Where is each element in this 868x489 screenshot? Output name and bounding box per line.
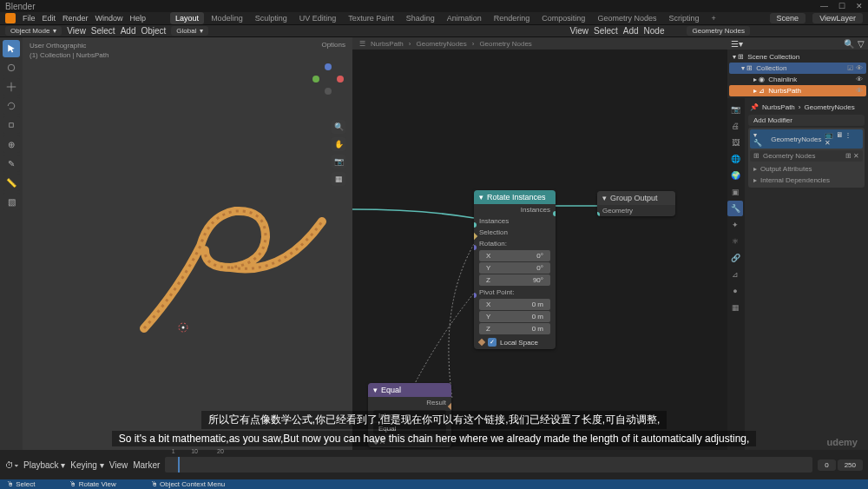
pivot-z[interactable]: Z0 m [479,323,550,334]
local-space[interactable]: ✓ Local Space [474,335,556,349]
tb-select[interactable]: Select [91,26,115,36]
bc-tree[interactable]: Geometry Nodes [479,40,531,48]
tool-cursor[interactable] [3,59,20,76]
prop-modtree[interactable]: GeometryNodes [804,103,854,111]
axis-y[interactable] [312,76,319,83]
ptab-physics[interactable]: ⚛ [727,234,743,249]
prop-object[interactable]: NurbsPath [762,103,795,111]
tool-annotate[interactable]: ✎ [3,155,20,172]
tool-scale[interactable] [3,116,20,134]
tool-measure[interactable]: 📏 [3,174,20,191]
tab-sculpting[interactable]: Sculpting [250,12,293,24]
timeline-type-icon[interactable]: ⏱▾ [5,460,18,470]
modifier-header[interactable]: ▾ 🔧 GeometryNodes 📺 🖥 ⋮ ✕ [750,129,863,149]
zoom-icon[interactable]: 🔍 [332,120,345,134]
tool-addcube[interactable]: ▧ [3,193,20,210]
tree-chainlink[interactable]: ▸ ◉ Chainlink 👁 [729,74,866,85]
ptab-constraint[interactable]: 🔗 [727,250,743,266]
mod-nodetree[interactable]: Geometry Nodes [763,152,815,160]
tab-anim[interactable]: Animation [442,12,487,24]
tool-move[interactable] [3,78,20,96]
rot-y[interactable]: Y0° [479,262,550,274]
timeline-track[interactable]: 1 10 20 [165,457,812,472]
ptab-object[interactable]: ▣ [727,184,743,200]
close-button[interactable]: ✕ [856,2,863,10]
axis-x[interactable] [337,76,344,83]
outliner-search-icon[interactable]: 🔍 [844,39,854,49]
tab-texpaint[interactable]: Texture Paint [343,12,399,24]
axis-z[interactable] [325,63,332,70]
viewport-options[interactable]: Options [321,41,345,49]
tab-shading[interactable]: Shading [401,12,440,24]
socket-local[interactable] [478,339,485,346]
tab-uv[interactable]: UV Editing [294,12,342,24]
pan-icon[interactable]: ✋ [332,137,345,151]
rot-z[interactable]: Z90° [479,274,550,286]
tab-geonodes[interactable]: Geometry Nodes [592,12,661,24]
keying-menu[interactable]: Keying ▾ [70,460,103,470]
pivot-x[interactable]: X0 m [479,299,550,310]
tree-nurbspath[interactable]: ▸ ⊿ NurbsPath 👁 [729,85,866,96]
frame-end[interactable]: 250 [838,459,863,471]
ptab-particle[interactable]: ✦ [727,217,743,233]
ptab-texture[interactable]: ▦ [727,300,743,315]
ptab-output[interactable]: 🖨 [727,118,743,134]
tab-render[interactable]: Rendering [489,12,536,24]
persp-icon[interactable]: ▦ [332,172,345,186]
socket-out-instances[interactable] [553,211,556,216]
tb-view[interactable]: View [67,26,86,36]
tb-add[interactable]: Add [121,26,136,36]
rot-x[interactable]: X0° [479,250,550,261]
menu-render[interactable]: Render [62,14,89,23]
pivot-y[interactable]: Y0 m [479,311,550,322]
camera-icon[interactable]: 📷 [332,155,345,169]
playhead[interactable] [178,457,180,472]
playback-menu[interactable]: Playback ▾ [23,460,65,470]
nodetree-selector[interactable]: Geometry Nodes [687,26,749,36]
node-group-output[interactable]: ▾ Group Output Geometry [597,191,675,216]
axis-neg[interactable] [325,88,332,95]
tab-scripting[interactable]: Scripting [663,12,704,24]
socket-rotation[interactable] [474,245,477,250]
maximize-button[interactable]: ☐ [838,2,845,10]
chain-object[interactable] [109,185,335,359]
orient-selector[interactable]: Global ▾ [171,26,208,36]
node-canvas[interactable]: ▾ Rotate Instances Instances Instances S… [352,62,727,450]
tb-object[interactable]: Object [141,26,166,36]
timeline-view[interactable]: View [109,460,128,470]
outliner-filter-icon[interactable]: ▽ [858,39,865,49]
ptab-render[interactable]: 📷 [727,102,743,117]
ne-node[interactable]: Node [644,26,665,36]
menu-file[interactable]: File [23,14,36,23]
nav-gizmo[interactable] [312,63,344,95]
ptab-world[interactable]: 🌍 [727,168,743,183]
menu-help[interactable]: Help [130,14,147,23]
ne-add[interactable]: Add [623,26,639,36]
tab-add[interactable]: + [706,12,720,24]
ptab-modifier[interactable]: 🔧 [727,201,743,216]
ptab-scene[interactable]: 🌐 [727,151,743,167]
timeline-marker[interactable]: Marker [133,460,160,470]
ptab-material[interactable]: ● [727,283,743,299]
ne-view[interactable]: View [569,26,589,36]
bc-object[interactable]: NurbsPath [371,40,404,48]
tree-scene[interactable]: ▾ ⊞ Scene Collection [729,51,866,63]
mod-internal-deps[interactable]: ▸ Internal Dependencies [750,175,863,186]
ptab-view[interactable]: 🖼 [727,135,743,150]
mode-selector[interactable]: Object Mode ▾ [5,26,62,36]
pin-icon[interactable]: 📌 [750,103,759,111]
viewlayer-selector[interactable]: ViewLayer [812,13,863,23]
tool-rotate[interactable] [3,97,20,115]
tab-layout[interactable]: Layout [170,12,204,24]
ptab-data[interactable]: ⊿ [727,267,743,282]
tab-comp[interactable]: Compositing [536,12,590,24]
outliner-type-icon[interactable]: ☰▾ [731,39,743,49]
node-rotate-instances[interactable]: ▾ Rotate Instances Instances Instances S… [474,190,556,349]
socket-geometry[interactable] [597,212,600,216]
frame-start[interactable]: 0 [818,459,835,471]
mod-output-attrs[interactable]: ▸ Output Attributes [750,163,863,175]
scene-selector[interactable]: Scene [770,13,806,23]
add-modifier-button[interactable]: Add Modifier [748,115,865,126]
ne-select[interactable]: Select [594,26,618,36]
tree-collection[interactable]: ▾ ⊞ Collection ☑👁 [729,63,866,74]
